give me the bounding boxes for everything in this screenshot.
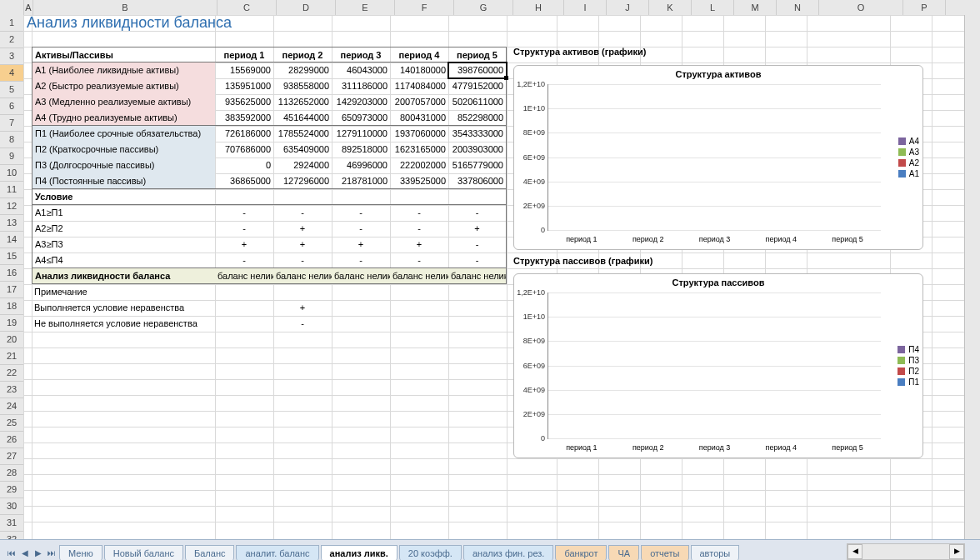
tab-nav-prev[interactable]: ◀ bbox=[18, 545, 32, 560]
header-period-0[interactable]: период 1 bbox=[215, 47, 273, 62]
liab-label-0[interactable]: П1 (Наиболее срочные обязательства) bbox=[32, 126, 215, 142]
asset-val-2-3[interactable]: 2007057000 bbox=[390, 94, 448, 110]
cond-val-2-0[interactable]: + bbox=[215, 237, 273, 252]
col-header-N[interactable]: N bbox=[777, 0, 819, 15]
cond-val-1-0[interactable]: - bbox=[215, 221, 273, 237]
header-period-1[interactable]: период 2 bbox=[273, 47, 332, 62]
asset-val-2-4[interactable]: 5020611000 bbox=[448, 94, 507, 110]
col-header-L[interactable]: L bbox=[692, 0, 734, 15]
cond-val-0-3[interactable]: - bbox=[390, 205, 448, 221]
asset-val-3-1[interactable]: 451644000 bbox=[273, 110, 332, 126]
analysis-val-0[interactable]: баланс неликвиден bbox=[215, 268, 273, 284]
col-header-G[interactable]: G bbox=[454, 0, 513, 15]
row-header-12[interactable]: 12 bbox=[0, 198, 23, 215]
col-header-I[interactable]: I bbox=[564, 0, 607, 15]
row-header-8[interactable]: 8 bbox=[0, 132, 23, 148]
vertical-scrollbar[interactable] bbox=[964, 15, 980, 540]
cond-val-3-0[interactable]: - bbox=[215, 252, 273, 268]
header-period-2[interactable]: период 3 bbox=[332, 47, 390, 62]
sheet-tab-0[interactable]: Меню bbox=[59, 545, 102, 560]
sheet-tab-9[interactable]: отчеты bbox=[641, 545, 688, 560]
row-header-11[interactable]: 11 bbox=[0, 182, 23, 198]
cond-val-0-4[interactable]: - bbox=[448, 205, 507, 221]
liab-val-2-2[interactable]: 46996000 bbox=[332, 158, 390, 173]
cond-label-2[interactable]: А3≥П3 bbox=[32, 237, 215, 252]
row-header-16[interactable]: 16 bbox=[0, 265, 23, 282]
sheet-tab-5[interactable]: 20 коэфф. bbox=[399, 545, 462, 560]
liab-val-3-3[interactable]: 339525000 bbox=[390, 173, 448, 189]
asset-val-3-0[interactable]: 383592000 bbox=[215, 110, 273, 126]
row-header-30[interactable]: 30 bbox=[0, 498, 23, 515]
cond-val-1-1[interactable]: + bbox=[273, 221, 332, 237]
asset-val-0-2[interactable]: 46043000 bbox=[332, 62, 390, 78]
liab-val-3-1[interactable]: 127296000 bbox=[273, 173, 332, 189]
col-header-M[interactable]: M bbox=[734, 0, 777, 15]
row-header-26[interactable]: 26 bbox=[0, 432, 23, 448]
liab-val-3-0[interactable]: 36865000 bbox=[215, 173, 273, 189]
analysis-val-2[interactable]: баланс неликвиден bbox=[332, 268, 390, 284]
asset-val-3-2[interactable]: 650973000 bbox=[332, 110, 390, 126]
liab-val-1-0[interactable]: 707686000 bbox=[215, 142, 273, 158]
sheet-tab-7[interactable]: банкрот bbox=[555, 545, 607, 560]
liab-label-3[interactable]: П4 (Постоянные пассивы) bbox=[32, 173, 215, 189]
sheet-tab-1[interactable]: Новый баланс bbox=[104, 545, 183, 560]
liab-val-0-2[interactable]: 1279110000 bbox=[332, 126, 390, 142]
asset-val-2-2[interactable]: 1429203000 bbox=[332, 94, 390, 110]
row-header-6[interactable]: 6 bbox=[0, 98, 23, 115]
liab-val-1-4[interactable]: 2003903000 bbox=[448, 142, 507, 158]
cond-val-3-4[interactable]: - bbox=[448, 252, 507, 268]
liab-val-1-3[interactable]: 1623165000 bbox=[390, 142, 448, 158]
liab-val-0-3[interactable]: 1937060000 bbox=[390, 126, 448, 142]
liab-val-2-3[interactable]: 222002000 bbox=[390, 158, 448, 173]
asset-val-1-4[interactable]: 4779152000 bbox=[448, 78, 507, 94]
asset-val-1-0[interactable]: 135951000 bbox=[215, 78, 273, 94]
liab-val-3-4[interactable]: 337806000 bbox=[448, 173, 507, 189]
asset-val-3-4[interactable]: 852298000 bbox=[448, 110, 507, 126]
row-header-19[interactable]: 19 bbox=[0, 315, 23, 332]
liab-val-1-2[interactable]: 892518000 bbox=[332, 142, 390, 158]
row-header-2[interactable]: 2 bbox=[0, 32, 23, 48]
row-header-24[interactable]: 24 bbox=[0, 398, 23, 415]
analysis-val-4[interactable]: баланс неликвиден bbox=[448, 268, 507, 284]
row-header-5[interactable]: 5 bbox=[0, 82, 23, 98]
sheet-tab-4[interactable]: анализ ликв. bbox=[321, 545, 398, 560]
col-header-D[interactable]: D bbox=[277, 0, 336, 15]
horizontal-scrollbar[interactable]: ◀▶ bbox=[847, 543, 965, 560]
col-header-C[interactable]: C bbox=[218, 0, 277, 15]
row-header-28[interactable]: 28 bbox=[0, 465, 23, 482]
row-header-3[interactable]: 3 bbox=[0, 48, 23, 65]
liab-val-1-1[interactable]: 635409000 bbox=[273, 142, 332, 158]
liab-val-3-2[interactable]: 218781000 bbox=[332, 173, 390, 189]
liab-label-1[interactable]: П2 (Краткосрочные пассивы) bbox=[32, 142, 215, 158]
cond-val-1-2[interactable]: - bbox=[332, 221, 390, 237]
row-header-9[interactable]: 9 bbox=[0, 148, 23, 165]
cond-val-2-2[interactable]: + bbox=[332, 237, 390, 252]
col-header-K[interactable]: K bbox=[649, 0, 692, 15]
row-header-4[interactable]: 4 bbox=[0, 65, 23, 82]
asset-label-3[interactable]: А4 (Трудно реализуемые активы) bbox=[32, 110, 215, 126]
col-header-E[interactable]: E bbox=[336, 0, 395, 15]
cond-val-0-1[interactable]: - bbox=[273, 205, 332, 221]
asset-val-2-1[interactable]: 1132652000 bbox=[273, 94, 332, 110]
sheet-tab-8[interactable]: ЧА bbox=[608, 545, 639, 560]
row-header-13[interactable]: 13 bbox=[0, 215, 23, 232]
asset-val-0-1[interactable]: 28299000 bbox=[273, 62, 332, 78]
asset-val-1-3[interactable]: 1174084000 bbox=[390, 78, 448, 94]
tab-nav-next[interactable]: ▶ bbox=[32, 545, 45, 560]
cond-label-3[interactable]: А4≤П4 bbox=[32, 252, 215, 268]
chart-1[interactable]: Структура пассивов02E+094E+096E+098E+091… bbox=[513, 273, 923, 458]
col-header-P[interactable]: P bbox=[903, 0, 946, 15]
asset-val-0-3[interactable]: 140180000 bbox=[390, 62, 448, 78]
cond-val-3-3[interactable]: - bbox=[390, 252, 448, 268]
col-header-B[interactable]: B bbox=[33, 0, 218, 15]
cond-header[interactable]: Условие bbox=[32, 189, 215, 205]
liab-label-2[interactable]: П3 (Долгосрочные пассивы) bbox=[32, 158, 215, 173]
row-header-1[interactable]: 1 bbox=[0, 15, 23, 32]
col-header-J[interactable]: J bbox=[607, 0, 649, 15]
asset-val-0-0[interactable]: 15569000 bbox=[215, 62, 273, 78]
cond-val-3-2[interactable]: - bbox=[332, 252, 390, 268]
header-period-3[interactable]: период 4 bbox=[390, 47, 448, 62]
row-header-18[interactable]: 18 bbox=[0, 298, 23, 315]
sheet-tab-10[interactable]: авторы bbox=[691, 545, 740, 560]
col-header-F[interactable]: F bbox=[395, 0, 454, 15]
